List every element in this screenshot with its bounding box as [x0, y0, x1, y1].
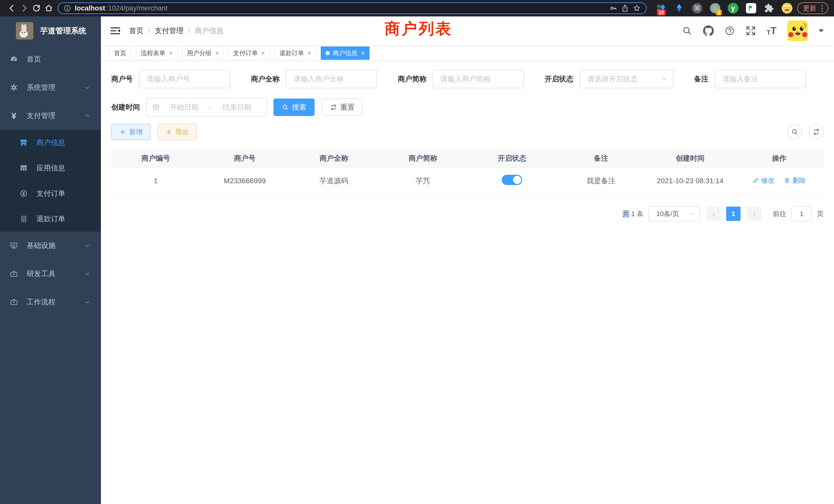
user-avatar[interactable] [787, 21, 808, 41]
tab-manager-extension-badge: 1 [716, 9, 722, 16]
table-row: 1 M233666999 芋道源码 芋艿 我是备注 2021-10-23 08:… [111, 167, 824, 194]
browser-back-button[interactable] [6, 2, 18, 14]
page-1-button[interactable]: 1 [726, 207, 741, 221]
next-page-button[interactable]: › [747, 207, 762, 221]
navbar-actions: TT [682, 21, 824, 41]
sidebar-item-refund-order[interactable]: 退款订单 [0, 206, 101, 231]
yen-icon: ¥ [9, 111, 19, 120]
tab-merchant-info[interactable]: 商户信息× [321, 46, 370, 60]
browser-forward-button[interactable] [18, 2, 30, 14]
sidebar-item-infra[interactable]: 基础设施 [0, 231, 101, 260]
sidebar-item-system[interactable]: 系统管理 [0, 73, 101, 101]
refresh-button[interactable] [809, 124, 824, 139]
site-info-icon[interactable] [63, 4, 71, 12]
profile-emoji-icon[interactable] [781, 3, 793, 14]
col-merchant-no: 商户号 [200, 149, 289, 167]
cell-merchant-no: M233666999 [200, 167, 289, 194]
create-time-range-picker[interactable]: 开始日期 - 结束日期 [146, 98, 267, 116]
page-size-select[interactable]: 10条/页 [649, 206, 700, 222]
y-extension-icon[interactable]: y [727, 3, 739, 14]
browser-update-button[interactable]: 更新 [797, 2, 828, 14]
tab-home[interactable]: 首页 [109, 46, 131, 60]
github-icon[interactable] [703, 25, 714, 36]
close-icon[interactable]: × [169, 49, 173, 57]
reset-button[interactable]: 重置 [322, 98, 363, 116]
date-start-placeholder: 开始日期 [160, 102, 208, 112]
sidebar-item-pay[interactable]: ¥ 支付管理 [0, 101, 101, 130]
status-toggle[interactable] [502, 175, 522, 185]
dictionary-extension-badge: 10 [657, 9, 665, 16]
sidebar-item-app-info[interactable]: 应用信息 [0, 155, 101, 181]
sidebar: 芋道管理系统 首页 系统管理 ¥ 支付管理 [0, 17, 101, 504]
tab-pay-order[interactable]: 支付订单× [228, 46, 270, 60]
help-icon[interactable] [725, 26, 735, 36]
tab-process-form[interactable]: 流程表单× [136, 46, 177, 60]
yen-circle-icon [19, 189, 28, 198]
merchant-no-input[interactable] [139, 70, 230, 88]
browser-home-button[interactable] [43, 2, 55, 14]
table-header-row: 商户编号 商户号 商户全称 商户简称 开启状态 备注 创建时间 操作 [111, 149, 824, 167]
sidebar-item-label: 支付管理 [27, 111, 56, 121]
pagination: 共 1 条 10条/页 ‹ 1 › 前往 页 [111, 206, 824, 222]
annotation-merchant-list: 商户列表 [385, 19, 453, 39]
sidebar-item-label: 研发工具 [27, 269, 56, 279]
tab-manager-extension-icon[interactable]: 1 [709, 3, 721, 14]
col-actions: 操作 [734, 149, 824, 167]
col-merchant-id: 商户编号 [111, 149, 200, 167]
cell-create-time: 2021-10-23 08:31:14 [645, 167, 734, 194]
edit-link[interactable]: 修改 [753, 176, 775, 185]
sidebar-item-dev-tools[interactable]: 研发工具 [0, 260, 101, 288]
tab-user-group[interactable]: 用户分组× [182, 46, 224, 60]
add-button[interactable]: 新增 [111, 124, 151, 140]
filter-row-1: 商户号 商户全称 商户简称 开启状态 [111, 70, 824, 88]
delete-link[interactable]: 删除 [784, 176, 806, 185]
password-key-icon[interactable] [609, 4, 617, 12]
sidebar-item-label: 首页 [27, 54, 41, 64]
bookmark-star-icon[interactable] [633, 4, 641, 12]
url-host: localhost [75, 4, 105, 12]
font-size-icon[interactable]: TT [767, 26, 776, 36]
goto-page-input[interactable] [791, 206, 812, 222]
merchant-no-label: 商户号 [111, 74, 133, 84]
filter-row-2: 创建时间 开始日期 - 结束日期 搜索 重置 [111, 98, 824, 116]
export-button[interactable]: 导出 [157, 124, 197, 140]
browser-menu-icon[interactable] [820, 5, 824, 12]
hide-search-button[interactable] [787, 124, 802, 139]
extensions-puzzle-icon[interactable] [763, 3, 775, 14]
close-icon[interactable]: × [361, 49, 365, 57]
sidebar-item-pay-order[interactable]: 支付订单 [0, 181, 101, 206]
flag-extension-icon[interactable] [745, 3, 757, 14]
address-bar[interactable]: localhost :1024/pay/merchant [58, 2, 647, 14]
sidebar-item-home[interactable]: 首页 [0, 45, 101, 73]
sidebar-item-workflow[interactable]: 工作流程 [0, 288, 101, 316]
prev-page-button[interactable]: ‹ [707, 207, 721, 221]
chevron-up-icon [84, 112, 91, 119]
update-label: 更新 [803, 4, 816, 13]
fullscreen-icon[interactable] [746, 26, 756, 36]
search-button[interactable]: 搜索 [273, 98, 314, 116]
close-icon[interactable]: × [261, 49, 265, 57]
breadcrumb-pay[interactable]: 支付管理 [155, 26, 183, 36]
remark-input[interactable] [715, 70, 806, 88]
breadcrumb-home[interactable]: 首页 [129, 26, 144, 36]
chevron-down-icon [661, 76, 668, 83]
avatar-caret-icon[interactable] [818, 29, 824, 32]
full-name-input[interactable] [286, 70, 377, 88]
close-icon[interactable]: × [215, 49, 219, 57]
share-icon[interactable] [621, 4, 629, 12]
active-dot [326, 51, 330, 55]
command-extension-icon[interactable]: ⌘ [692, 3, 703, 14]
search-icon[interactable] [682, 26, 692, 36]
close-icon[interactable]: × [308, 49, 311, 57]
short-name-input[interactable] [433, 70, 524, 88]
table-grid-icon [19, 164, 28, 172]
tab-refund-order[interactable]: 退款订单× [275, 46, 316, 60]
pin-extension-icon[interactable] [674, 3, 685, 14]
sidebar-toggle-icon[interactable] [110, 26, 120, 35]
sidebar-item-merchant-info[interactable]: 商户信息 [0, 130, 101, 155]
browser-reload-button[interactable] [30, 2, 43, 14]
col-create-time: 创建时间 [645, 149, 734, 167]
status-select[interactable] [579, 70, 674, 88]
browser-chrome: localhost :1024/pay/merchant 10 ⌘ 1 y [0, 0, 834, 17]
dictionary-extension-icon[interactable]: 10 [656, 3, 667, 14]
